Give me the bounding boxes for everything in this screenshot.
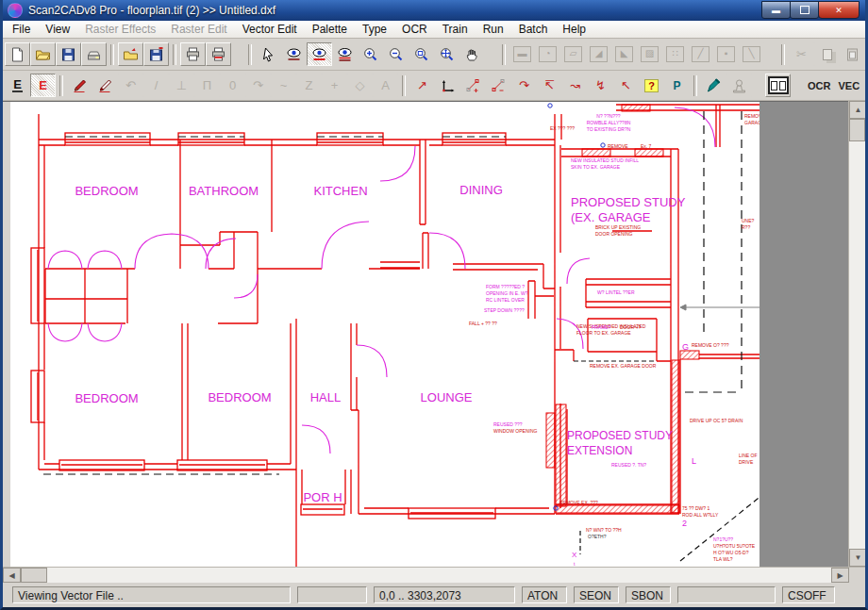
menu-item-view[interactable]: View — [38, 22, 77, 37]
walls — [31, 105, 760, 567]
toolbar-standard: ▬ ◔ ▱ ◢ ◣ ▨ ∷ ╱ ▪ ╲ ✂ — [3, 39, 865, 71]
arc-move-button[interactable]: ↖ — [613, 74, 639, 97]
annotation-text: N? WN? TO ??H — [586, 527, 622, 533]
open-file-button[interactable] — [30, 42, 56, 66]
raster-effect-button: ∷ — [662, 42, 688, 66]
annotation-text: REUSED ?. TN? — [611, 462, 646, 468]
delete-node-button[interactable] — [486, 74, 511, 97]
room-label: DINING — [459, 183, 503, 197]
annotation-text: DOOR OPENING — [595, 231, 633, 237]
drawing-viewport[interactable]: BEDROOMBATHROOMKITCHENDININGPROPOSED STU… — [3, 101, 848, 567]
edit-line-button[interactable]: ↗ — [409, 74, 435, 97]
annotation-text: NEW INSULATED STUD INFILL — [571, 157, 639, 163]
vertical-scroll-thumb[interactable] — [849, 119, 865, 141]
app-icon — [8, 3, 23, 18]
menu-item-batch[interactable]: Batch — [511, 22, 556, 37]
arc-add-button[interactable]: ↝ — [562, 74, 588, 97]
ocr-e-active-button[interactable]: E — [30, 74, 56, 97]
raster-effect-button: ◢ — [586, 42, 611, 66]
annotation-text: H O? WU O5-D? — [713, 550, 749, 555]
menu-item-type[interactable]: Type — [355, 22, 394, 37]
maximize-button[interactable] — [790, 1, 819, 19]
menu-item-ocr[interactable]: OCR — [394, 22, 435, 37]
horizontal-scrollbar[interactable]: ◀ ▶ — [3, 567, 865, 583]
raster-effect-button: ▱ — [560, 42, 586, 66]
annotation-text: Ex. 7 — [641, 143, 652, 149]
zoom-extents-button[interactable] — [434, 42, 459, 66]
save-raster-button[interactable] — [143, 42, 169, 66]
draw-pencil-button[interactable] — [67, 74, 92, 97]
print-button[interactable] — [180, 42, 206, 66]
color-picker-button[interactable] — [701, 74, 726, 97]
query-entity-button[interactable]: ? — [639, 74, 664, 97]
dashed-lines — [43, 111, 760, 561]
zoom-window-button[interactable] — [409, 42, 434, 66]
status-cell-3: ATON — [522, 586, 567, 603]
annotation-text: ROD ALL W?LLY — [682, 512, 719, 518]
annotation-text: TLA WL? — [713, 556, 733, 562]
status-cell-4: SEON — [574, 586, 619, 603]
menu-item-run[interactable]: Run — [476, 22, 511, 37]
zoom-in-button[interactable] — [358, 42, 383, 66]
scrollbar-corner — [849, 568, 865, 583]
pan-tool-button[interactable] — [459, 42, 485, 66]
menu-item-train[interactable]: Train — [435, 22, 476, 37]
minimize-button[interactable]: ▬ — [761, 1, 791, 19]
menu-item-help[interactable]: Help — [555, 22, 593, 37]
raster-effect-button: ◔ — [535, 42, 560, 66]
print-raster-button[interactable] — [206, 42, 231, 66]
ocr-e-button[interactable]: E — [5, 74, 30, 97]
vertical-scrollbar[interactable]: ▲ ▼ — [848, 101, 865, 567]
menu-item-file[interactable]: File — [5, 22, 38, 37]
status-cell-1 — [297, 586, 367, 603]
view-raster-button[interactable] — [281, 42, 307, 66]
pointer-tool-button[interactable] — [256, 42, 281, 66]
toolbar-vector: E E ↶ / ⊥ Π 0 ↷ ~ Z + ◇ A ↗ ↷ ↸ ↝ ↯ ↖ ? … — [3, 71, 865, 101]
horizontal-scroll-thumb[interactable] — [21, 568, 47, 583]
scroll-right-arrow[interactable]: ▶ — [831, 568, 849, 583]
annotation-text: N?1?U?? — [713, 536, 733, 542]
annotation-text: FRAME? — [592, 324, 611, 330]
status-cell-7: CSOFF — [782, 586, 835, 603]
edit-arc-button[interactable]: ↷ — [511, 74, 537, 97]
add-node-button[interactable] — [460, 74, 486, 97]
move-node-button[interactable] — [435, 74, 460, 97]
ocr-mode-button[interactable]: OCR — [808, 80, 830, 91]
new-file-button[interactable] — [5, 42, 30, 66]
title-bar[interactable]: Scan2CADv8 Pro - floorplan.tif (2) >> Un… — [3, 0, 865, 21]
floorplan-sheet[interactable]: BEDROOMBATHROOMKITCHENDININGPROPOSED STU… — [10, 102, 760, 567]
annotation-text: EX ??? ??? — [550, 125, 575, 131]
room-label: BEDROOM — [75, 391, 138, 405]
scroll-up-arrow[interactable]: ▲ — [849, 101, 867, 119]
pick-point-button[interactable]: P — [664, 74, 690, 97]
save-file-button[interactable] — [56, 42, 81, 66]
text-tool-button: A — [373, 74, 398, 97]
menu-item-vector-edit[interactable]: Vector Edit — [235, 22, 305, 37]
close-button[interactable]: ✕ — [818, 1, 860, 19]
scan2cad-window: Scan2CADv8 Pro - floorplan.tif (2) >> Un… — [0, 0, 868, 610]
menu-item-palette[interactable]: Palette — [305, 22, 355, 37]
scan-button[interactable] — [81, 42, 107, 66]
vec-mode-button[interactable]: VEC — [838, 80, 860, 91]
arc-del-button[interactable]: ↯ — [588, 74, 613, 97]
open-raster-button[interactable] — [118, 42, 143, 66]
erase-pencil-button[interactable] — [92, 74, 118, 97]
view-vector-button[interactable] — [332, 42, 358, 66]
annotation-text: ROWBLE ALLY??8N — [587, 120, 631, 125]
annotation-text: SKIN TO EX. GARAGE — [571, 164, 621, 170]
view-both-button[interactable] — [307, 42, 332, 66]
tile-windows-button[interactable] — [765, 74, 791, 97]
arc-node-button[interactable]: ↸ — [537, 74, 562, 97]
menu-item-raster-effects: Raster Effects — [77, 22, 163, 37]
zoom-out-button[interactable] — [383, 42, 409, 66]
room-label: BEDROOM — [208, 390, 271, 404]
line-tool-button: / — [143, 74, 169, 97]
scroll-left-arrow[interactable]: ◀ — [3, 568, 21, 583]
annotation-text: TO EXISTING DR?N — [587, 126, 631, 132]
status-cell-5: SBON — [626, 586, 671, 603]
scroll-down-arrow[interactable]: ▼ — [849, 549, 867, 567]
room-label: KITCHEN — [313, 184, 367, 198]
raster-effect-button: ╲ — [739, 42, 764, 66]
annotation-text: X — [572, 551, 577, 559]
annotation-text: UNE? — [742, 218, 755, 223]
